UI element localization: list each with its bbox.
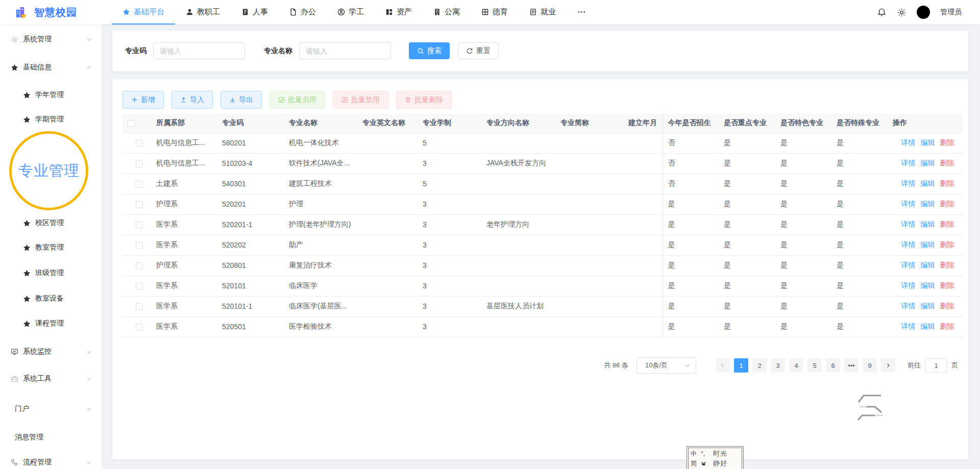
page-size-select[interactable]: 10条/页 bbox=[636, 357, 696, 374]
row-checkbox[interactable] bbox=[136, 181, 143, 188]
major-name-input[interactable] bbox=[299, 42, 391, 59]
detail-link[interactable]: 详情 bbox=[901, 220, 916, 228]
username-label[interactable]: 管理员 bbox=[940, 8, 962, 17]
edit-link[interactable]: 编辑 bbox=[921, 240, 935, 249]
sidebar-item-教室设备[interactable]: 教室设备 bbox=[0, 293, 102, 304]
page-button-5[interactable]: 5 bbox=[807, 358, 822, 373]
row-checkbox[interactable] bbox=[136, 160, 143, 167]
delete-link[interactable]: 删除 bbox=[940, 281, 954, 289]
detail-link[interactable]: 详情 bbox=[901, 281, 916, 289]
sidebar-item-系统管理[interactable]: 系统管理 bbox=[0, 34, 102, 45]
page-button-2[interactable]: 2 bbox=[752, 358, 767, 373]
row-checkbox[interactable] bbox=[136, 242, 143, 249]
edit-link[interactable]: 编辑 bbox=[921, 322, 935, 330]
detail-link[interactable]: 详情 bbox=[901, 261, 916, 269]
nav-item-办公[interactable]: 办公 bbox=[279, 0, 327, 24]
select-all-checkbox[interactable] bbox=[128, 120, 135, 127]
page-button-6[interactable]: 6 bbox=[826, 358, 840, 373]
row-checkbox[interactable] bbox=[136, 140, 143, 147]
ime-status-bar[interactable]: 中 °, 时光 简 静好 bbox=[687, 446, 744, 469]
row-checkbox[interactable] bbox=[136, 303, 143, 310]
user-avatar[interactable] bbox=[917, 6, 930, 19]
sidebar-item-校区管理[interactable]: 校区管理 bbox=[0, 217, 102, 229]
settings-gear-icon[interactable] bbox=[897, 8, 906, 17]
export-button[interactable]: 导出 bbox=[220, 91, 262, 109]
page-button-1[interactable]: 1 bbox=[734, 358, 748, 373]
batch-delete-button[interactable]: 批量删除 bbox=[396, 91, 452, 109]
search-button[interactable]: 搜索 bbox=[409, 42, 450, 59]
notification-bell-icon[interactable] bbox=[877, 8, 887, 17]
nav-item-德育[interactable]: 德育 bbox=[471, 0, 519, 24]
row-checkbox[interactable] bbox=[136, 221, 143, 229]
nav-item-资产[interactable]: 资产 bbox=[375, 0, 423, 24]
sidebar-item-门户[interactable]: 门户 bbox=[0, 403, 102, 414]
page-button-9[interactable]: 9 bbox=[863, 358, 877, 373]
detail-link[interactable]: 详情 bbox=[901, 138, 916, 146]
sidebar-item-系统工具[interactable]: 系统工具 bbox=[0, 373, 102, 384]
edit-link[interactable]: 编辑 bbox=[921, 159, 935, 167]
detail-link[interactable]: 详情 bbox=[901, 200, 916, 208]
delete-link[interactable]: 删除 bbox=[940, 302, 954, 310]
next-page-button[interactable] bbox=[881, 358, 895, 373]
delete-link[interactable]: 删除 bbox=[940, 220, 954, 228]
delete-link[interactable]: 删除 bbox=[940, 240, 954, 249]
app-logo[interactable]: 智慧校园 bbox=[0, 6, 105, 19]
edit-link[interactable]: 编辑 bbox=[921, 220, 935, 228]
batch-enable-button[interactable]: 批量启用 bbox=[270, 91, 325, 109]
nav-item-more[interactable] bbox=[567, 0, 597, 24]
delete-link[interactable]: 删除 bbox=[940, 322, 954, 330]
add-button[interactable]: 新增 bbox=[122, 91, 164, 109]
delete-link[interactable]: 删除 bbox=[940, 159, 954, 167]
goto-page-input[interactable] bbox=[925, 358, 947, 373]
delete-link[interactable]: 删除 bbox=[940, 138, 954, 146]
ime-pet-icon[interactable] bbox=[701, 461, 713, 466]
page-button-3[interactable]: 3 bbox=[771, 358, 785, 373]
ime-mode-chinese[interactable]: 中 bbox=[691, 450, 701, 458]
sidebar-item-流程管理[interactable]: 流程管理 bbox=[0, 457, 102, 468]
detail-link[interactable]: 详情 bbox=[901, 159, 916, 167]
nav-item-基础平台[interactable]: 基础平台 bbox=[112, 0, 175, 24]
import-button[interactable]: 导入 bbox=[172, 91, 213, 109]
row-checkbox[interactable] bbox=[136, 262, 143, 269]
sidebar-item-课程管理[interactable]: 课程管理 bbox=[0, 318, 102, 329]
ime-punct-mode[interactable]: °, bbox=[701, 450, 713, 457]
detail-link[interactable]: 详情 bbox=[901, 179, 916, 187]
sidebar-item-教室管理[interactable]: 教室管理 bbox=[0, 242, 102, 253]
delete-link[interactable]: 删除 bbox=[940, 179, 954, 187]
detail-link[interactable]: 详情 bbox=[901, 322, 916, 330]
nav-item-教职工[interactable]: 教职工 bbox=[175, 0, 231, 24]
delete-link[interactable]: 删除 bbox=[940, 261, 954, 269]
edit-link[interactable]: 编辑 bbox=[921, 138, 935, 146]
edit-link[interactable]: 编辑 bbox=[921, 200, 935, 208]
row-checkbox[interactable] bbox=[136, 324, 143, 331]
batch-disable-button[interactable]: 批量禁用 bbox=[333, 91, 388, 109]
sidebar-item-消息管理[interactable]: 消息管理 bbox=[0, 432, 102, 443]
sidebar-item-active-highlight[interactable]: 专业管理 bbox=[9, 131, 88, 210]
detail-link[interactable]: 详情 bbox=[901, 302, 916, 310]
sidebar-item-学年管理[interactable]: 学年管理 bbox=[0, 89, 102, 101]
edit-link[interactable]: 编辑 bbox=[921, 261, 935, 269]
sidebar-item-学期管理[interactable]: 学期管理 bbox=[0, 114, 102, 125]
nav-item-就业[interactable]: 就业 bbox=[519, 0, 567, 24]
sidebar-item-系统监控[interactable]: 系统监控 bbox=[0, 346, 102, 357]
edit-link[interactable]: 编辑 bbox=[921, 302, 935, 310]
page-button-4[interactable]: 4 bbox=[789, 358, 803, 373]
more-pages-button[interactable]: ••• bbox=[844, 358, 859, 373]
major-code-input[interactable] bbox=[153, 42, 245, 59]
nav-item-公寓[interactable]: 公寓 bbox=[423, 0, 471, 24]
nav-item-人事[interactable]: 人事 bbox=[231, 0, 279, 24]
prev-page-button[interactable] bbox=[716, 358, 730, 373]
cell-name: 医学检验技术 bbox=[284, 316, 357, 337]
detail-link[interactable]: 详情 bbox=[901, 240, 916, 249]
row-checkbox[interactable] bbox=[136, 283, 143, 290]
cell-code: 520501 bbox=[217, 316, 284, 337]
sidebar-item-班级管理[interactable]: 班级管理 bbox=[0, 267, 102, 279]
reset-button[interactable]: 重置 bbox=[458, 42, 499, 59]
edit-link[interactable]: 编辑 bbox=[921, 179, 935, 187]
delete-link[interactable]: 删除 bbox=[940, 200, 954, 208]
nav-item-学工[interactable]: 学工 bbox=[327, 0, 375, 24]
row-checkbox[interactable] bbox=[136, 201, 143, 208]
sidebar-item-基础信息[interactable]: 基础信息 bbox=[0, 62, 102, 73]
edit-link[interactable]: 编辑 bbox=[921, 281, 935, 289]
ime-simplified-mode[interactable]: 简 bbox=[691, 459, 701, 468]
